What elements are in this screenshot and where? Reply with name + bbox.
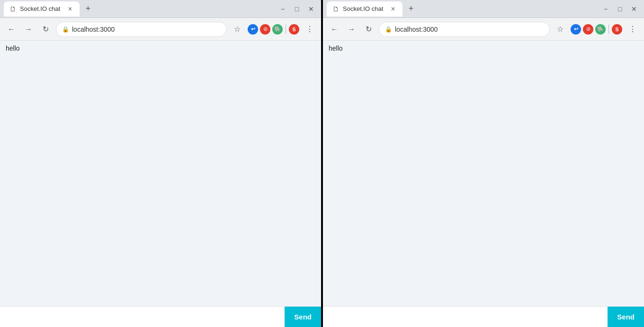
send-button-left[interactable]: Send: [285, 307, 321, 327]
close-button-left[interactable]: ✕: [305, 3, 317, 15]
forward-button-left[interactable]: →: [22, 23, 35, 36]
tab-title-left: Socket.IO chat: [20, 5, 60, 12]
reload-button-left[interactable]: ↻: [39, 23, 52, 36]
ext-icon-4-left[interactable]: S: [289, 24, 299, 35]
ext-divider-left: [286, 25, 286, 34]
ext-icon-4-right[interactable]: S: [612, 24, 622, 35]
title-bar-right: 🗋 Socket.IO chat ✕ + − □ ✕: [323, 0, 644, 18]
ext-icon-2-right[interactable]: ⊘: [583, 24, 593, 35]
url-text-right: localhost:3000: [395, 26, 438, 33]
new-tab-button-left[interactable]: +: [81, 2, 95, 16]
lock-icon-left: 🔒: [62, 26, 69, 33]
menu-button-left[interactable]: ⋮: [303, 23, 316, 36]
title-bar-left: 🗋 Socket.IO chat ✕ + − □ ✕: [0, 0, 321, 18]
tab-left[interactable]: 🗋 Socket.IO chat ✕: [4, 1, 80, 17]
url-bar-left[interactable]: 🔒 localhost:3000: [56, 22, 227, 37]
tab-page-icon-left: 🗋: [9, 5, 16, 13]
ext-icon-1-left[interactable]: ↩: [248, 24, 258, 35]
url-text-left: localhost:3000: [72, 26, 115, 33]
reload-button-right[interactable]: ↻: [362, 23, 375, 36]
tab-page-icon-right: 🗋: [332, 5, 339, 13]
minimize-button-right[interactable]: −: [599, 3, 612, 15]
bookmark-button-left[interactable]: ☆: [231, 23, 244, 36]
chat-input-left[interactable]: [0, 307, 285, 327]
maximize-button-left[interactable]: □: [291, 3, 303, 15]
window-controls-right: − □ ✕: [599, 3, 640, 15]
ext-icon-1-right[interactable]: ↩: [571, 24, 581, 35]
address-bar-left: ← → ↻ 🔒 localhost:3000 ☆ ↩ ⊘ 🐘 S ⋮: [0, 18, 321, 41]
chat-footer-right: Send: [323, 306, 644, 327]
address-bar-right: ← → ↻ 🔒 localhost:3000 ☆ ↩ ⊘ 🐘 S ⋮: [323, 18, 644, 41]
ext-divider-right: [608, 25, 609, 34]
ext-icon-2-left[interactable]: ⊘: [260, 24, 270, 35]
lock-icon-right: 🔒: [385, 26, 392, 33]
ext-icon-3-left[interactable]: 🐘: [272, 24, 283, 35]
extension-icons-left: ↩ ⊘ 🐘 S: [248, 24, 299, 35]
message-left-0: hello: [6, 44, 315, 52]
url-bar-right[interactable]: 🔒 localhost:3000: [379, 22, 550, 37]
back-button-right[interactable]: ←: [328, 23, 341, 36]
maximize-button-right[interactable]: □: [614, 3, 626, 15]
chat-footer-left: Send: [0, 306, 321, 327]
window-controls-left: − □ ✕: [277, 3, 317, 15]
tab-close-right[interactable]: ✕: [389, 5, 397, 13]
page-content-right: hello Send: [323, 41, 644, 327]
new-tab-button-right[interactable]: +: [404, 2, 418, 16]
tab-close-left[interactable]: ✕: [66, 5, 74, 13]
menu-button-right[interactable]: ⋮: [626, 23, 639, 36]
extension-icons-right: ↩ ⊘ 🐘 S: [571, 24, 622, 35]
close-button-right[interactable]: ✕: [628, 3, 640, 15]
browser-window-right: 🗋 Socket.IO chat ✕ + − □ ✕ ← → ↻ 🔒 local…: [323, 0, 644, 327]
send-button-right[interactable]: Send: [608, 307, 644, 327]
minimize-button-left[interactable]: −: [277, 3, 289, 15]
forward-button-right[interactable]: →: [345, 23, 358, 36]
chat-input-right[interactable]: [323, 307, 608, 327]
tab-title-right: Socket.IO chat: [343, 5, 383, 12]
back-button-left[interactable]: ←: [5, 23, 18, 36]
messages-area-right: hello: [323, 41, 644, 306]
message-right-0: hello: [329, 44, 638, 52]
page-content-left: hello Send: [0, 41, 321, 327]
messages-area-left: hello: [0, 41, 321, 306]
browser-window-left: 🗋 Socket.IO chat ✕ + − □ ✕ ← → ↻ 🔒 local…: [0, 0, 321, 327]
tab-right[interactable]: 🗋 Socket.IO chat ✕: [327, 1, 402, 17]
ext-icon-3-right[interactable]: 🐘: [595, 24, 606, 35]
bookmark-button-right[interactable]: ☆: [554, 23, 567, 36]
